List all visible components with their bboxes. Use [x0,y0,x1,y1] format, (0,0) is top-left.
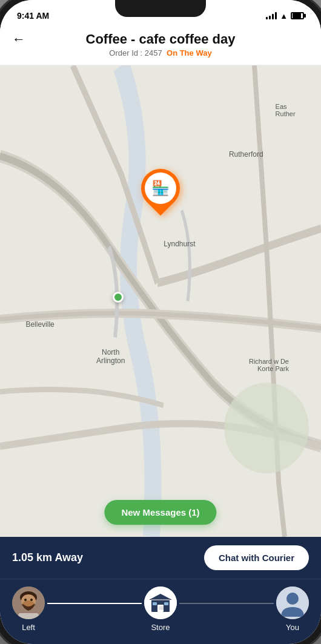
svg-rect-12 [153,602,157,605]
map-label-belleville: Belleville [25,320,54,329]
new-messages-button[interactable]: New Messages (1) [104,500,216,525]
phone-frame: 9:41 AM ▲ ← Coffee - cafe coffee day Ord… [0,0,321,644]
you-avatar-svg [276,586,309,619]
signal-icon [266,12,277,19]
map-label-richard-park: Richard w DeKorte Park [249,358,289,372]
battery-icon [291,12,304,19]
svg-point-6 [24,599,27,601]
map-label-north-arlington: North Arlington [96,348,125,365]
tracker-you: You [276,586,309,632]
svg-point-7 [30,599,33,601]
svg-rect-13 [164,602,168,605]
tracker-courier: Left [12,586,45,632]
tracker-line-1 [45,603,144,604]
svg-rect-8 [18,613,39,619]
page-title: Coffee - cafe coffee day [86,31,236,47]
map-label-lyndhurst: Lyndhurst [164,240,195,248]
tracker-store: Store [144,586,177,632]
courier-location-dot [113,292,124,303]
header: ← Coffee - cafe coffee day Order Id : 24… [0,27,321,65]
bottom-panel: 1.05 km Away Chat with Courier [0,537,321,579]
progress-tracker: Left [0,579,321,644]
chat-with-courier-button[interactable]: Chat with Courier [204,545,309,570]
map-container: Rutherford EasRuther Lyndhurst Bellevill… [0,65,321,537]
store-avatar [144,586,177,619]
courier-avatar [12,586,45,619]
store-pin: 🏪 [141,169,180,208]
tracker-courier-label: Left [22,623,35,632]
svg-rect-11 [157,605,164,612]
svg-point-1 [224,383,309,473]
map-label-rutherford: Rutherford [229,150,263,159]
back-button[interactable]: ← [12,31,25,47]
wifi-icon: ▲ [280,12,288,21]
you-avatar [276,586,309,619]
store-avatar-svg [144,586,177,619]
map-background: Rutherford EasRuther Lyndhurst Bellevill… [0,65,321,537]
tracker-you-label: You [286,623,299,632]
tracker-line-left [47,603,142,604]
status-icons: ▲ [266,12,304,21]
status-time: 9:41 AM [17,11,49,21]
svg-point-17 [286,593,299,605]
order-subtitle: Order Id : 2457 On The Way [109,48,211,58]
tracker-line-2 [177,603,276,604]
map-label-east-rutherford: EasRuther [276,103,296,117]
map-roads [0,65,321,537]
tracker-store-label: Store [151,623,170,632]
distance-text: 1.05 km Away [12,551,83,564]
phone-notch [115,0,206,17]
courier-face-svg [12,586,45,619]
store-pin-icon: 🏪 [151,180,170,197]
order-status: On The Way [167,48,212,58]
order-id-text: Order Id : 2457 [109,48,162,58]
tracker-line-right [179,603,274,604]
